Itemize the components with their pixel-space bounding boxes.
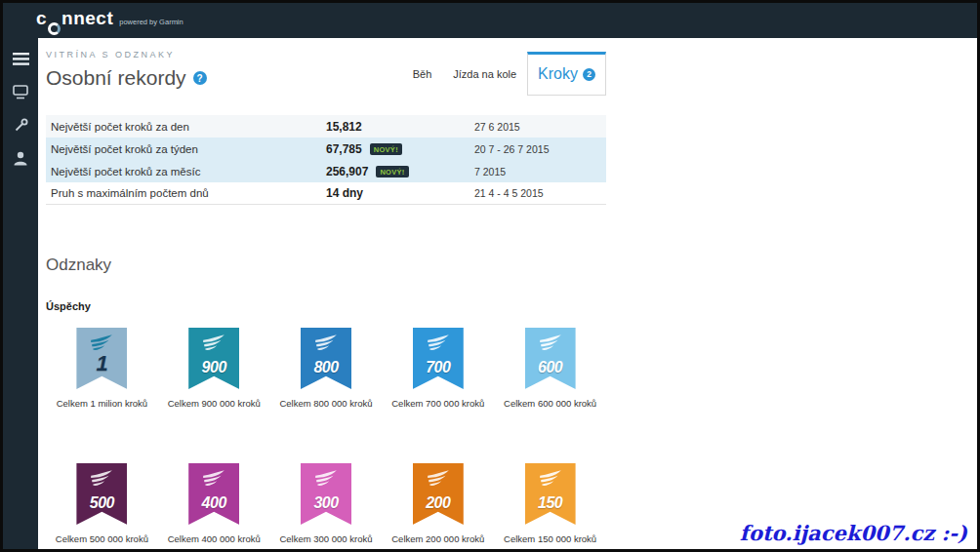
logo-tagline: powered by Garmin [119,18,183,26]
badge-150k-steps[interactable]: 150 Celkem 150 000 kroků [494,463,606,544]
badge-ribbon-icon: 400 [188,463,239,525]
profile-icon[interactable] [11,149,30,167]
badge-200k-steps[interactable]: 200 Celkem 200 000 kroků [382,463,494,544]
logo-text-rest: nnect [61,8,113,29]
badge-700k-steps[interactable]: 700 Celkem 700 000 kroků [382,328,494,409]
tab-steps-count-badge: 2 [583,68,595,81]
tab-cycling[interactable]: Jízda na kole [442,57,527,92]
badge-300k-steps[interactable]: 300 Celkem 300 000 kroků [270,463,383,544]
badge-number: 400 [188,494,239,512]
record-value: 15,812 [326,120,474,134]
tools-icon[interactable] [11,116,30,134]
page-title: Osobní rekordy [46,66,186,90]
wing-icon [188,335,239,352]
badge-label: Celkem 700 000 kroků [382,398,494,409]
badge-number: 600 [525,359,576,376]
tab-running[interactable]: Běh [402,57,443,92]
record-value: 67,785NOVÝ! [326,142,474,156]
badge-number: 900 [188,359,239,376]
badge-ribbon-icon: 150 [525,463,576,525]
tab-steps-label: Kroky [538,65,578,83]
left-sidebar [3,38,38,549]
badge-ribbon-icon: 800 [301,328,351,389]
hamburger-menu-icon[interactable] [11,50,30,67]
new-record-badge: NOVÝ! [370,143,402,155]
wing-icon [76,335,127,352]
achievements-group-title: Úspěchy [46,300,606,312]
badge-800k-steps[interactable]: 800 Celkem 800 000 kroků [270,328,383,409]
badge-label: Celkem 500 000 kroků [46,533,158,544]
badge-number: 500 [76,494,127,512]
record-value: 256,907NOVÝ! [326,165,474,178]
badge-number: 150 [525,494,576,512]
badge-label: Celkem 900 000 kroků [158,398,270,409]
sport-tabs: Běh Jízda na kole Kroky 2 [402,52,606,96]
wing-icon [301,470,351,488]
photo-watermark: foto.ijacek007.cz :-) [740,521,967,545]
table-row: Pruh s maximálním počtem dnů 14 dny 21 4… [46,182,606,205]
wing-icon [301,335,351,352]
badge-label: Celkem 400 000 kroků [158,533,270,544]
badge-ribbon-icon: 900 [188,328,239,389]
device-icon[interactable] [11,83,30,100]
badge-ribbon-icon: 1 [76,328,127,389]
top-navbar: connect powered by Garmin [3,3,977,38]
badge-ribbon-icon: 200 [413,463,464,525]
table-row: Největší počet kroků za den 15,812 27 6 … [46,115,606,138]
badge-label: Celkem 300 000 kroků [270,533,383,544]
badge-number: 800 [301,359,351,376]
record-date: 21 4 - 4 5 2015 [474,187,606,199]
record-date: 20 7 - 26 7 2015 [474,143,606,155]
badge-400k-steps[interactable]: 400 Celkem 400 000 kroků [158,463,270,544]
logo-o-icon: o [48,22,61,35]
wing-icon [76,470,127,488]
logo-text-c: c [36,8,47,29]
record-label: Největší počet kroků za den [51,121,326,133]
app-window: connect powered by Garmin [0,0,980,552]
record-date: 27 6 2015 [474,121,606,133]
record-label: Největší počet kroků za měsíc [51,166,326,177]
badge-500k-steps[interactable]: 500 Celkem 500 000 kroků [46,463,158,544]
garmin-connect-logo[interactable]: connect powered by Garmin [36,8,184,34]
badges-grid: 1 Celkem 1 milion kroků 900 Celkem 900 0… [46,328,606,544]
page-header: VITRÍNA S ODZNAKY Osobní rekordy ? Běh J… [46,50,606,96]
badge-900k-steps[interactable]: 900 Celkem 900 000 kroků [158,328,270,409]
wing-icon [413,335,464,352]
badge-number: 700 [413,359,464,376]
record-date: 7 2015 [474,166,606,177]
badge-number: 200 [413,494,464,512]
table-row: Největší počet kroků za týden 67,785NOVÝ… [46,138,606,160]
badge-label: Celkem 800 000 kroků [270,398,383,409]
record-label: Největší počet kroků za týden [51,143,326,155]
badge-number: 1 [76,351,127,376]
wing-icon [525,470,576,488]
badge-label: Celkem 200 000 kroků [382,533,494,544]
badge-label: Celkem 150 000 kroků [494,533,606,544]
main-content: VITRÍNA S ODZNAKY Osobní rekordy ? Běh J… [38,38,977,549]
record-label: Pruh s maximálním počtem dnů [51,187,326,199]
badge-ribbon-icon: 300 [301,463,351,525]
records-table: Největší počet kroků za den 15,812 27 6 … [46,115,606,205]
badge-ribbon-icon: 700 [413,328,464,389]
help-icon[interactable]: ? [193,71,207,85]
badge-1-million-steps[interactable]: 1 Celkem 1 milion kroků [46,328,158,409]
badge-number: 300 [301,494,351,512]
badge-600k-steps[interactable]: 600 Celkem 600 000 kroků [494,328,606,409]
breadcrumb: VITRÍNA S ODZNAKY [46,50,207,59]
wing-icon [525,335,576,352]
badge-label: Celkem 600 000 kroků [494,398,606,409]
badge-ribbon-icon: 500 [76,463,127,525]
table-row: Největší počet kroků za měsíc 256,907NOV… [46,160,606,182]
wing-icon [413,470,464,488]
record-value: 14 dny [326,186,474,200]
badge-ribbon-icon: 600 [525,328,576,389]
new-record-badge: NOVÝ! [376,166,408,177]
tab-steps[interactable]: Kroky 2 [527,52,606,96]
badge-label: Celkem 1 milion kroků [46,398,158,409]
badges-section-title: Odznaky [46,256,606,275]
wing-icon [188,470,239,488]
